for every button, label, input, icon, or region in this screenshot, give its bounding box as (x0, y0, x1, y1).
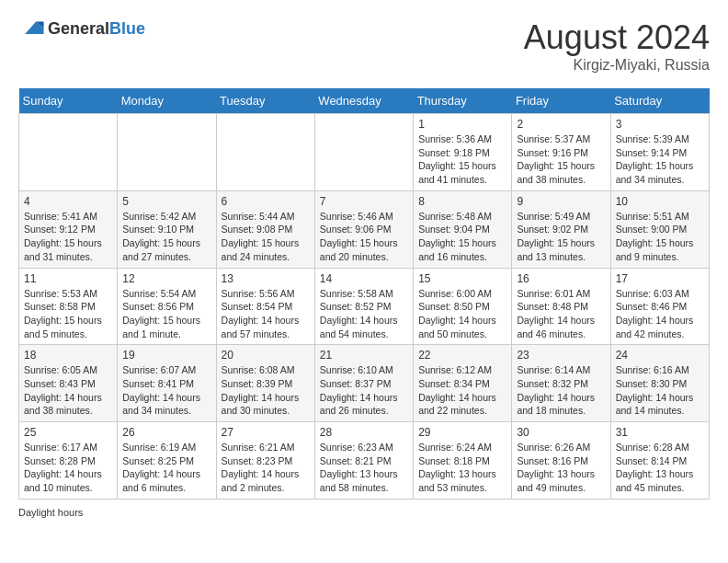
calendar-cell: 15Sunrise: 6:00 AMSunset: 8:50 PMDayligh… (414, 268, 512, 345)
logo-blue-text: Blue (109, 19, 145, 38)
logo-icon (18, 18, 44, 39)
day-number: 12 (122, 272, 210, 285)
calendar-cell: 8Sunrise: 5:48 AMSunset: 9:04 PMDaylight… (414, 190, 512, 268)
day-number: 17 (616, 272, 704, 285)
day-info: Sunrise: 5:56 AMSunset: 8:54 PMDaylight:… (222, 287, 310, 341)
day-info: Sunrise: 6:26 AMSunset: 8:16 PMDaylight:… (517, 441, 605, 495)
calendar-cell: 9Sunrise: 5:49 AMSunset: 9:02 PMDaylight… (512, 190, 610, 268)
calendar-cell: 19Sunrise: 6:07 AMSunset: 8:41 PMDayligh… (118, 345, 216, 422)
day-info: Sunrise: 6:00 AMSunset: 8:50 PMDaylight:… (418, 287, 506, 341)
location: Kirgiz-Miyaki, Russia (524, 57, 710, 74)
day-number: 7 (320, 195, 408, 208)
footer: Daylight hours (18, 507, 710, 518)
calendar-cell: 28Sunrise: 6:23 AMSunset: 8:21 PMDayligh… (314, 422, 413, 500)
calendar-cell: 1Sunrise: 5:36 AMSunset: 9:18 PMDaylight… (414, 114, 512, 191)
calendar-cell: 5Sunrise: 5:42 AMSunset: 9:10 PMDaylight… (118, 190, 216, 268)
day-info: Sunrise: 5:44 AMSunset: 9:08 PMDaylight:… (222, 210, 310, 264)
day-info: Sunrise: 5:42 AMSunset: 9:10 PMDaylight:… (122, 210, 210, 264)
weekday-header-sunday: Sunday (19, 88, 118, 114)
day-info: Sunrise: 5:41 AMSunset: 9:12 PMDaylight:… (24, 210, 112, 264)
day-number: 27 (222, 426, 310, 439)
calendar-cell: 7Sunrise: 5:46 AMSunset: 9:06 PMDaylight… (314, 190, 413, 268)
day-info: Sunrise: 6:12 AMSunset: 8:34 PMDaylight:… (418, 363, 506, 418)
calendar-cell: 25Sunrise: 6:17 AMSunset: 8:28 PMDayligh… (19, 422, 118, 500)
day-info: Sunrise: 6:19 AMSunset: 8:25 PMDaylight:… (122, 441, 210, 495)
calendar-week-row: 25Sunrise: 6:17 AMSunset: 8:28 PMDayligh… (19, 422, 710, 500)
calendar-cell: 16Sunrise: 6:01 AMSunset: 8:48 PMDayligh… (512, 268, 610, 345)
day-info: Sunrise: 5:37 AMSunset: 9:16 PMDaylight:… (517, 132, 605, 187)
day-number: 19 (122, 349, 210, 362)
day-number: 1 (418, 118, 506, 131)
day-info: Sunrise: 5:46 AMSunset: 9:06 PMDaylight:… (320, 210, 408, 264)
day-number: 11 (24, 272, 112, 285)
calendar-cell (314, 114, 413, 191)
calendar-week-row: 4Sunrise: 5:41 AMSunset: 9:12 PMDaylight… (19, 190, 710, 268)
day-info: Sunrise: 5:51 AMSunset: 9:00 PMDaylight:… (616, 210, 704, 264)
calendar-cell (19, 114, 118, 191)
calendar-cell: 14Sunrise: 5:58 AMSunset: 8:52 PMDayligh… (314, 268, 413, 345)
day-number: 26 (122, 426, 210, 439)
month-year: August 2024 (524, 18, 710, 57)
calendar-cell: 20Sunrise: 6:08 AMSunset: 8:39 PMDayligh… (216, 345, 314, 422)
calendar-table: SundayMondayTuesdayWednesdayThursdayFrid… (18, 88, 710, 500)
day-info: Sunrise: 6:07 AMSunset: 8:41 PMDaylight:… (122, 363, 210, 418)
calendar-cell: 6Sunrise: 5:44 AMSunset: 9:08 PMDaylight… (216, 190, 314, 268)
weekday-header-tuesday: Tuesday (216, 88, 314, 114)
calendar-cell: 3Sunrise: 5:39 AMSunset: 9:14 PMDaylight… (610, 114, 709, 191)
calendar-week-row: 18Sunrise: 6:05 AMSunset: 8:43 PMDayligh… (19, 345, 710, 422)
day-number: 21 (320, 349, 408, 362)
calendar-cell: 12Sunrise: 5:54 AMSunset: 8:56 PMDayligh… (118, 268, 216, 345)
title-area: August 2024 Kirgiz-Miyaki, Russia (524, 18, 710, 74)
day-info: Sunrise: 6:10 AMSunset: 8:37 PMDaylight:… (320, 363, 408, 418)
day-number: 3 (616, 118, 704, 131)
day-number: 6 (222, 195, 310, 208)
day-number: 4 (24, 195, 112, 208)
day-info: Sunrise: 6:01 AMSunset: 8:48 PMDaylight:… (517, 287, 605, 341)
day-info: Sunrise: 6:28 AMSunset: 8:14 PMDaylight:… (616, 441, 704, 495)
calendar-cell (118, 114, 216, 191)
day-info: Sunrise: 5:54 AMSunset: 8:56 PMDaylight:… (122, 287, 210, 341)
day-number: 29 (418, 426, 506, 439)
calendar-cell: 2Sunrise: 5:37 AMSunset: 9:16 PMDaylight… (512, 114, 610, 191)
calendar-week-row: 1Sunrise: 5:36 AMSunset: 9:18 PMDaylight… (19, 114, 710, 191)
calendar-cell (216, 114, 314, 191)
calendar-cell: 26Sunrise: 6:19 AMSunset: 8:25 PMDayligh… (118, 422, 216, 500)
logo: GeneralBlue (18, 18, 145, 39)
calendar-cell: 13Sunrise: 5:56 AMSunset: 8:54 PMDayligh… (216, 268, 314, 345)
day-info: Sunrise: 5:48 AMSunset: 9:04 PMDaylight:… (418, 210, 506, 264)
day-info: Sunrise: 6:21 AMSunset: 8:23 PMDaylight:… (222, 441, 310, 495)
day-info: Sunrise: 6:03 AMSunset: 8:46 PMDaylight:… (616, 287, 704, 341)
logo-general-text: General (48, 19, 109, 38)
day-number: 23 (517, 349, 605, 362)
day-info: Sunrise: 5:49 AMSunset: 9:02 PMDaylight:… (517, 210, 605, 264)
day-number: 5 (122, 195, 210, 208)
weekday-header-monday: Monday (118, 88, 216, 114)
day-number: 16 (517, 272, 605, 285)
calendar-cell: 23Sunrise: 6:14 AMSunset: 8:32 PMDayligh… (512, 345, 610, 422)
calendar-cell: 31Sunrise: 6:28 AMSunset: 8:14 PMDayligh… (610, 422, 709, 500)
calendar-cell: 10Sunrise: 5:51 AMSunset: 9:00 PMDayligh… (610, 190, 709, 268)
day-info: Sunrise: 5:58 AMSunset: 8:52 PMDaylight:… (320, 287, 408, 341)
day-number: 28 (320, 426, 408, 439)
day-number: 30 (517, 426, 605, 439)
calendar-week-row: 11Sunrise: 5:53 AMSunset: 8:58 PMDayligh… (19, 268, 710, 345)
calendar-cell: 24Sunrise: 6:16 AMSunset: 8:30 PMDayligh… (610, 345, 709, 422)
day-number: 18 (24, 349, 112, 362)
weekday-header-thursday: Thursday (414, 88, 512, 114)
weekday-header-row: SundayMondayTuesdayWednesdayThursdayFrid… (19, 88, 710, 114)
day-number: 22 (418, 349, 506, 362)
day-number: 25 (24, 426, 112, 439)
day-number: 15 (418, 272, 506, 285)
daylight-label: Daylight hours (18, 507, 83, 518)
day-number: 13 (222, 272, 310, 285)
day-info: Sunrise: 6:14 AMSunset: 8:32 PMDaylight:… (517, 363, 605, 418)
calendar-cell: 17Sunrise: 6:03 AMSunset: 8:46 PMDayligh… (610, 268, 709, 345)
calendar-cell: 18Sunrise: 6:05 AMSunset: 8:43 PMDayligh… (19, 345, 118, 422)
day-info: Sunrise: 6:17 AMSunset: 8:28 PMDaylight:… (24, 441, 112, 495)
calendar-cell: 29Sunrise: 6:24 AMSunset: 8:18 PMDayligh… (414, 422, 512, 500)
day-info: Sunrise: 6:24 AMSunset: 8:18 PMDaylight:… (418, 441, 506, 495)
day-info: Sunrise: 5:53 AMSunset: 8:58 PMDaylight:… (24, 287, 112, 341)
header: GeneralBlue August 2024 Kirgiz-Miyaki, R… (18, 18, 710, 74)
day-info: Sunrise: 6:16 AMSunset: 8:30 PMDaylight:… (616, 363, 704, 418)
calendar-cell: 11Sunrise: 5:53 AMSunset: 8:58 PMDayligh… (19, 268, 118, 345)
